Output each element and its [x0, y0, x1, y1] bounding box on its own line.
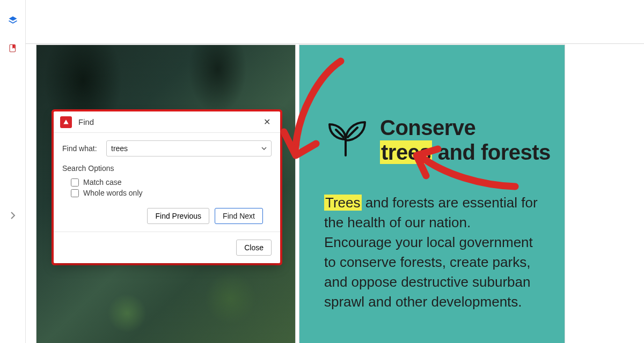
match-case-option[interactable]: Match case: [62, 178, 272, 187]
whole-words-label: Whole words only: [83, 189, 143, 197]
find-dialog-title: Find: [78, 117, 94, 126]
find-dialog-titlebar[interactable]: Find ✕: [54, 111, 280, 133]
find-dialog: Find ✕ Find what: Search Options Match c…: [54, 111, 280, 263]
find-what-label: Find what:: [62, 144, 101, 153]
app-logo-icon: [60, 116, 72, 128]
layers-icon[interactable]: [8, 15, 18, 26]
body-highlight: Trees: [324, 195, 362, 211]
heading-line1: Conserve: [380, 116, 475, 139]
page-body: Trees and forests are essential for the …: [324, 193, 539, 311]
annotation-arrow-left: [266, 54, 357, 177]
match-case-label: Match case: [83, 178, 122, 187]
match-case-checkbox[interactable]: [71, 178, 79, 187]
whole-words-option[interactable]: Whole words only: [62, 189, 272, 197]
find-what-input[interactable]: [106, 140, 272, 156]
search-options-label: Search Options: [62, 164, 272, 173]
close-button[interactable]: Close: [236, 240, 272, 256]
whole-words-checkbox[interactable]: [71, 189, 79, 197]
find-next-button[interactable]: Find Next: [215, 208, 263, 224]
find-previous-button[interactable]: Find Previous: [147, 208, 209, 224]
chevron-right-icon[interactable]: [8, 210, 18, 221]
annotation-arrow-right: [401, 144, 525, 203]
top-toolbar: [26, 0, 644, 44]
bookmark-icon[interactable]: [8, 43, 18, 54]
sidebar: [0, 0, 26, 343]
body-rest: and forests are essential for the health…: [324, 195, 538, 310]
